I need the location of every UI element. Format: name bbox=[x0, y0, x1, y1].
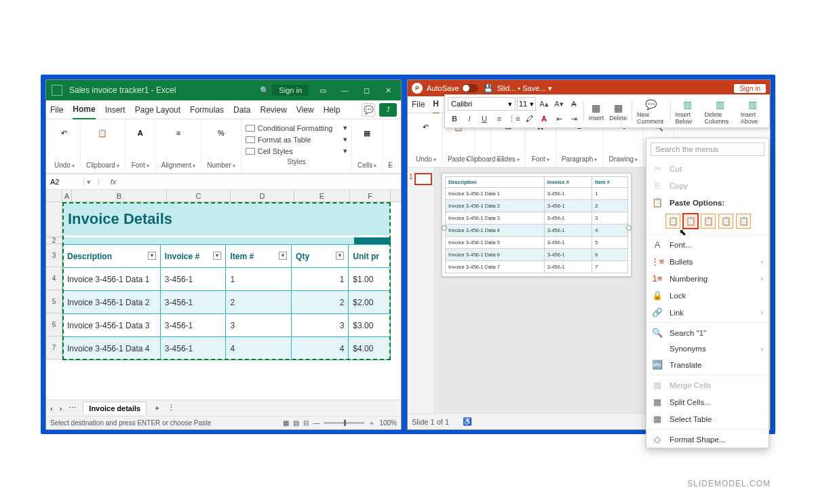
menu-lock[interactable]: 🔒Lock bbox=[646, 287, 769, 304]
font-selector[interactable]: Calibri▾ bbox=[448, 97, 516, 111]
signin-button[interactable]: Sign in bbox=[734, 84, 766, 93]
pasted-table[interactable]: DescriptionInvoice #Item # Invoice 3-456… bbox=[445, 176, 628, 273]
indent-icon[interactable]: ⇤ bbox=[552, 112, 566, 125]
menu-link[interactable]: 🔗Link› bbox=[646, 304, 769, 321]
name-box[interactable]: A2 bbox=[46, 178, 84, 186]
ribbon-alignment[interactable]: ≡ Alignment bbox=[156, 121, 201, 172]
add-sheet-icon[interactable]: ＋ bbox=[153, 403, 161, 413]
tab-insert[interactable]: Insert bbox=[105, 101, 125, 119]
paste-text-only-icon[interactable]: 📋 bbox=[736, 214, 751, 229]
paste-embed-icon[interactable]: 📋 bbox=[701, 214, 716, 229]
view-normal-icon[interactable]: ▦ bbox=[283, 419, 289, 427]
tab-formulas[interactable]: Formulas bbox=[190, 101, 224, 119]
menu-bullets[interactable]: ⋮≡Bullets› bbox=[646, 253, 769, 270]
share-button[interactable]: ⤴ bbox=[379, 103, 397, 117]
row-header[interactable]: 3 bbox=[46, 244, 62, 267]
col-header[interactable]: F bbox=[350, 190, 391, 201]
maximize-icon[interactable]: ◻ bbox=[359, 83, 374, 98]
paste-keep-source-icon[interactable]: 📋 bbox=[683, 214, 698, 229]
conditional-formatting-button[interactable]: Conditional Formatting▾ bbox=[246, 122, 347, 134]
slide-thumbnail-1[interactable]: 1 bbox=[408, 172, 434, 187]
search-icon[interactable]: 🔍 bbox=[257, 83, 272, 98]
view-break-icon[interactable]: ⊟ bbox=[303, 419, 309, 427]
ribbon-cells[interactable]: ▦ Cells bbox=[352, 121, 383, 172]
copied-selection[interactable]: Invoice Details Description▾ Invoice #▾ … bbox=[62, 202, 391, 360]
paste-picture-icon[interactable]: 📋 bbox=[718, 214, 733, 229]
zoom-level[interactable]: 100% bbox=[379, 419, 397, 427]
font-color-icon[interactable]: A bbox=[537, 112, 551, 125]
menu-search-input[interactable]: Search the menus bbox=[651, 142, 764, 156]
row-header[interactable]: 5 bbox=[46, 290, 62, 313]
italic-icon[interactable]: I bbox=[463, 112, 476, 125]
new-comment-button[interactable]: 💬New Comment bbox=[635, 98, 667, 125]
ribbon-options-icon[interactable]: ▭ bbox=[315, 83, 330, 98]
filter-dropdown-icon[interactable]: ▾ bbox=[279, 252, 287, 260]
ribbon-clipboard[interactable]: 📋 Clipboard bbox=[81, 121, 125, 172]
zoom-slider[interactable] bbox=[324, 422, 364, 424]
comments-icon[interactable]: 💬 bbox=[362, 103, 375, 117]
menu-split-cells[interactable]: ▦Split Cells... bbox=[646, 393, 769, 410]
clear-format-icon[interactable]: A bbox=[567, 97, 581, 111]
col-header[interactable]: C bbox=[167, 190, 231, 201]
fx-label[interactable]: fx bbox=[103, 178, 123, 186]
ribbon-font[interactable]: A Font bbox=[125, 121, 156, 172]
filter-dropdown-icon[interactable]: ▾ bbox=[213, 252, 221, 260]
menu-select-table[interactable]: ▦Select Table bbox=[646, 410, 769, 427]
paste-dest-theme-icon[interactable]: 📋 bbox=[665, 214, 680, 229]
sheet-tab-invoice-details[interactable]: Invoice details bbox=[83, 402, 147, 414]
menu-translate[interactable]: 🔤Translate bbox=[646, 356, 769, 373]
invoice-title-cell[interactable]: Invoice Details bbox=[62, 202, 391, 237]
tab-home[interactable]: Home bbox=[73, 100, 95, 119]
bold-icon[interactable]: B bbox=[448, 112, 461, 125]
col-header[interactable]: B bbox=[72, 190, 167, 201]
minimize-icon[interactable]: — bbox=[337, 83, 352, 98]
zoom-out-icon[interactable]: — bbox=[313, 419, 319, 427]
menu-font[interactable]: AFont... bbox=[646, 236, 769, 253]
insert-above-button[interactable]: ▥Insert Above bbox=[739, 98, 767, 125]
row-header[interactable]: 4 bbox=[46, 267, 62, 290]
row-header[interactable]: 7 bbox=[46, 336, 62, 360]
shrink-font-icon[interactable]: A▾ bbox=[552, 97, 566, 111]
tab-home[interactable]: H bbox=[433, 95, 439, 114]
autosave-toggle[interactable]: AutoSave bbox=[427, 84, 478, 92]
tab-page-layout[interactable]: Page Layout bbox=[135, 101, 180, 119]
ribbon-undo[interactable]: ↶ Undo bbox=[410, 115, 442, 166]
underline-icon[interactable]: U bbox=[478, 112, 491, 125]
row-header[interactable]: 6 bbox=[46, 313, 62, 336]
close-icon[interactable]: ✕ bbox=[381, 83, 395, 98]
filter-dropdown-icon[interactable]: ▾ bbox=[148, 252, 156, 260]
delete-button[interactable]: ▦Delete bbox=[607, 102, 629, 121]
col-header[interactable]: E bbox=[294, 190, 350, 201]
doc-title[interactable]: Slid... • Save... bbox=[497, 84, 546, 92]
tab-review[interactable]: Review bbox=[260, 101, 286, 119]
col-header[interactable]: A bbox=[62, 190, 72, 201]
tab-data[interactable]: Data bbox=[233, 101, 250, 119]
accessibility-icon[interactable]: ♿ bbox=[463, 417, 472, 426]
sheet-body[interactable]: 2 3 4 5 6 7 Invoice Details Description▾ bbox=[46, 202, 401, 400]
name-box-dropdown[interactable]: ▾ bbox=[84, 178, 94, 187]
tab-view[interactable]: View bbox=[296, 101, 314, 119]
prev-sheet-icon[interactable]: ‹ bbox=[50, 404, 53, 412]
all-sheets-icon[interactable]: ⋯ bbox=[69, 404, 76, 412]
menu-synonyms[interactable]: Synonyms› bbox=[646, 341, 769, 356]
bullets-icon[interactable]: ⋮≡ bbox=[507, 112, 521, 125]
insert-button[interactable]: ▦Insert bbox=[587, 102, 606, 121]
grow-font-icon[interactable]: A▴ bbox=[537, 97, 551, 111]
invoice-table[interactable]: Description▾ Invoice #▾ Item #▾ Qty▾ Uni… bbox=[62, 244, 391, 360]
next-sheet-icon[interactable]: › bbox=[60, 404, 62, 412]
col-header[interactable]: D bbox=[231, 190, 294, 201]
ribbon-undo[interactable]: ↶ Undo bbox=[49, 121, 81, 172]
outdent-icon[interactable]: ⇥ bbox=[567, 112, 581, 125]
filter-dropdown-icon[interactable]: ▾ bbox=[336, 252, 344, 260]
menu-search-selection[interactable]: 🔍Search "1" bbox=[646, 324, 769, 341]
cell-styles-button[interactable]: Cell Styles▾ bbox=[246, 145, 347, 157]
delete-columns-button[interactable]: ▥Delete Columns bbox=[703, 98, 737, 125]
slide-1[interactable]: DescriptionInvoice #Item # Invoice 3-456… bbox=[442, 173, 632, 277]
signin-button[interactable]: Sign in bbox=[272, 85, 309, 96]
highlight-icon[interactable]: 🖍 bbox=[522, 112, 536, 125]
menu-format-shape[interactable]: ◇Format Shape... bbox=[646, 431, 769, 448]
insert-below-button[interactable]: ▥Insert Below bbox=[674, 98, 701, 125]
view-layout-icon[interactable]: ▤ bbox=[293, 419, 299, 427]
save-icon[interactable]: 💾 bbox=[484, 84, 493, 93]
align-icon[interactable]: ≡ bbox=[492, 112, 506, 125]
